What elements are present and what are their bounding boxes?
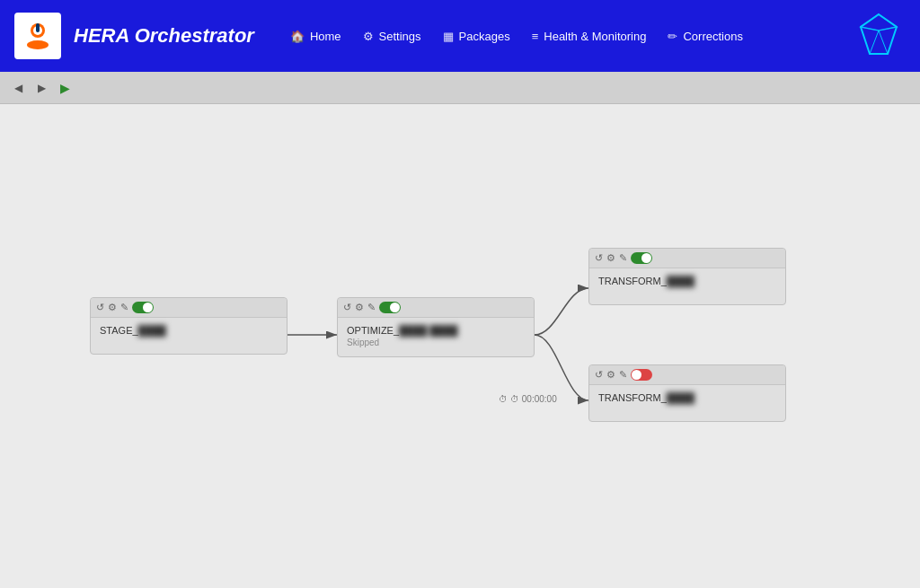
svg-line-9 <box>879 31 888 54</box>
transform2-node-name: TRANSFORM_████ <box>598 392 776 403</box>
transform1-settings-icon[interactable]: ⚙ <box>606 252 615 264</box>
nav-settings[interactable]: ⚙ Settings <box>352 24 432 48</box>
health-icon: ≡ <box>532 30 539 43</box>
corrections-icon: ✏ <box>668 30 677 43</box>
node-optimize-header: ↺ ⚙ ✎ <box>338 298 534 318</box>
node-optimize-body: OPTIMIZE_████ ████ Skipped <box>338 318 534 356</box>
clock-icon: ⏱ <box>499 394 508 404</box>
toolbar: ◀ ▶ ▶ <box>0 72 920 104</box>
nav-home[interactable]: 🏠 Home <box>279 24 352 48</box>
svg-line-7 <box>879 27 897 31</box>
node-stage: ↺ ⚙ ✎ STAGE_████ <box>90 297 288 355</box>
transform2-settings-icon[interactable]: ⚙ <box>606 369 615 381</box>
transform1-toggle[interactable] <box>631 252 652 264</box>
nav: 🏠 Home ⚙ Settings ▦ Packages ≡ Health & … <box>279 24 754 48</box>
transform1-refresh-icon[interactable]: ↺ <box>595 252 603 264</box>
svg-line-8 <box>870 31 879 54</box>
app-title: HERA Orchestrator <box>74 24 254 48</box>
stage-refresh-icon[interactable]: ↺ <box>96 302 104 313</box>
nav-corrections[interactable]: ✏ Corrections <box>657 24 753 48</box>
back-button[interactable]: ◀ <box>9 79 27 97</box>
transform2-toggle[interactable] <box>631 369 652 381</box>
stage-toggle[interactable] <box>132 302 154 313</box>
node-transform1-header: ↺ ⚙ ✎ <box>589 249 785 268</box>
timestamp: ⏱ ⏱ 00:00:00 <box>499 394 557 404</box>
play-button[interactable]: ▶ <box>56 79 74 97</box>
node-transform2-body: TRANSFORM_████ <box>589 385 785 421</box>
transform2-refresh-icon[interactable]: ↺ <box>595 369 603 381</box>
optimize-edit-icon[interactable]: ✎ <box>367 302 376 313</box>
logo <box>14 13 61 59</box>
transform2-edit-icon[interactable]: ✎ <box>619 369 627 381</box>
node-transform2-header: ↺ ⚙ ✎ <box>589 365 785 385</box>
stage-settings-icon[interactable]: ⚙ <box>108 302 117 313</box>
node-transform1-body: TRANSFORM_████ <box>589 268 785 304</box>
node-stage-body: STAGE_████ <box>91 318 287 354</box>
optimize-toggle[interactable] <box>379 302 401 313</box>
header: HERA Orchestrator 🏠 Home ⚙ Settings ▦ Pa… <box>0 0 920 72</box>
optimize-refresh-icon[interactable]: ↺ <box>343 302 351 313</box>
svg-marker-4 <box>861 14 897 54</box>
forward-button[interactable]: ▶ <box>32 79 50 97</box>
node-optimize: ↺ ⚙ ✎ OPTIMIZE_████ ████ Skipped <box>337 297 535 357</box>
canvas: ↺ ⚙ ✎ STAGE_████ ↺ ⚙ ✎ OPTIMIZE_████ ███… <box>0 104 920 588</box>
node-stage-header: ↺ ⚙ ✎ <box>91 298 287 318</box>
packages-icon: ▦ <box>443 30 454 43</box>
stage-edit-icon[interactable]: ✎ <box>120 302 128 313</box>
optimize-node-name: OPTIMIZE_████ ████ <box>347 325 525 336</box>
transform1-edit-icon[interactable]: ✎ <box>619 252 627 264</box>
nav-packages[interactable]: ▦ Packages <box>432 24 521 48</box>
svg-rect-3 <box>36 23 40 32</box>
diamond-icon <box>855 11 902 61</box>
svg-point-1 <box>27 40 49 49</box>
node-transform2: ↺ ⚙ ✎ TRANSFORM_████ <box>588 364 786 422</box>
settings-icon: ⚙ <box>363 30 374 43</box>
optimize-node-status: Skipped <box>347 338 525 347</box>
stage-node-name: STAGE_████ <box>100 325 278 336</box>
svg-line-6 <box>861 27 879 31</box>
nav-health-monitoring[interactable]: ≡ Health & Monitoring <box>521 24 658 48</box>
home-icon: 🏠 <box>290 30 305 43</box>
transform1-node-name: TRANSFORM_████ <box>598 276 776 286</box>
node-transform1: ↺ ⚙ ✎ TRANSFORM_████ <box>588 248 786 305</box>
optimize-settings-icon[interactable]: ⚙ <box>355 302 364 313</box>
